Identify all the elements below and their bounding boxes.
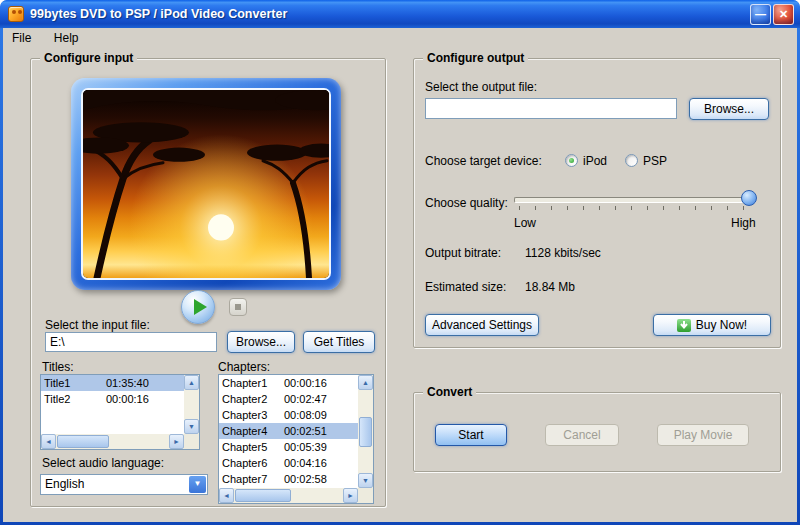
buy-icon: [677, 319, 691, 332]
bitrate-value: 1128 kbits/sec: [525, 246, 601, 260]
ipod-radio-label[interactable]: iPod: [583, 154, 607, 168]
scrollbar-corner: [358, 488, 373, 503]
browse-output-button[interactable]: Browse...: [689, 98, 769, 120]
stop-preview-button: [229, 298, 247, 316]
audio-language-value: English: [45, 477, 84, 491]
scroll-left-icon[interactable]: ◄: [41, 434, 56, 449]
chapter-row[interactable]: Chapter6 00:04:16: [219, 455, 358, 471]
chapters-vscroll-thumb[interactable]: [359, 417, 372, 447]
scrollbar-corner: [184, 434, 199, 449]
titles-rows: Title1 01:35:40 Title2 00:00:16: [41, 375, 184, 434]
titles-vertical-scrollbar[interactable]: ▲ ▼: [184, 375, 199, 434]
buy-now-button[interactable]: Buy Now!: [653, 314, 771, 336]
chapter-row[interactable]: Chapter3 00:08:09: [219, 407, 358, 423]
minimize-button[interactable]: —: [750, 4, 771, 25]
chevron-down-icon[interactable]: ▼: [189, 476, 206, 493]
audio-language-select[interactable]: English ▼: [40, 474, 208, 495]
chapter-row[interactable]: Chapter7 00:02:58: [219, 471, 358, 487]
quality-slider-thumb[interactable]: [741, 190, 757, 206]
stop-icon: [235, 304, 241, 310]
scroll-down-icon[interactable]: ▼: [184, 419, 199, 434]
scroll-right-icon[interactable]: ►: [169, 434, 184, 449]
input-file-label: Select the input file:: [45, 318, 150, 332]
quality-slider-track[interactable]: [514, 197, 756, 203]
scroll-left-icon[interactable]: ◄: [219, 488, 234, 503]
scroll-right-icon[interactable]: ►: [343, 488, 358, 503]
chapters-hscroll-thumb[interactable]: [235, 489, 291, 502]
play-movie-button: Play Movie: [657, 424, 749, 446]
menu-help[interactable]: Help: [45, 28, 88, 45]
scroll-down-icon[interactable]: ▼: [358, 473, 373, 488]
psp-radio-label[interactable]: PSP: [643, 154, 667, 168]
size-value: 18.84 Mb: [525, 280, 575, 294]
quality-high-label: High: [731, 216, 756, 230]
sunset-image: [83, 90, 329, 278]
chapters-rows: Chapter1 00:00:16 Chapter2 00:02:47 Chap…: [219, 375, 358, 488]
get-titles-button[interactable]: Get Titles: [303, 331, 375, 353]
menu-file[interactable]: File: [3, 28, 40, 45]
input-file-field[interactable]: [45, 332, 217, 352]
chapter-row[interactable]: Chapter5 00:05:39: [219, 439, 358, 455]
chapter-row[interactable]: Chapter1 00:00:16: [219, 375, 358, 391]
quality-label: Choose quality:: [425, 196, 508, 210]
window-controls: — ✕: [750, 4, 794, 25]
chapter-row[interactable]: Chapter2 00:02:47: [219, 391, 358, 407]
app-icon: [8, 6, 24, 22]
title-bar: 99bytes DVD to PSP / iPod Video Converte…: [0, 0, 800, 28]
advanced-settings-button[interactable]: Advanced Settings: [425, 314, 539, 336]
titles-hscroll-thumb[interactable]: [57, 435, 109, 448]
target-device-label: Choose target device:: [425, 154, 542, 168]
buy-now-label: Buy Now!: [696, 318, 747, 332]
chapters-label: Chapters:: [218, 360, 270, 374]
app-window: 99bytes DVD to PSP / iPod Video Converte…: [0, 0, 800, 525]
scroll-up-icon[interactable]: ▲: [358, 375, 373, 390]
quality-slider-ticks: [519, 206, 751, 210]
configure-input-title: Configure input: [40, 51, 137, 65]
menu-bar: File Help: [3, 28, 797, 49]
client-area: Configure input: [3, 48, 797, 522]
play-icon: [194, 299, 207, 315]
close-button[interactable]: ✕: [773, 4, 794, 25]
psp-radio[interactable]: [625, 154, 638, 167]
bitrate-label: Output bitrate:: [425, 246, 501, 260]
play-preview-button[interactable]: [181, 290, 215, 324]
video-preview-image: [81, 88, 331, 280]
ipod-radio[interactable]: [565, 154, 578, 167]
title-row[interactable]: Title2 00:00:16: [41, 391, 184, 407]
chapters-list: Chapter1 00:00:16 Chapter2 00:02:47 Chap…: [218, 374, 374, 504]
browse-input-button[interactable]: Browse...: [227, 331, 295, 353]
title-row[interactable]: Title1 01:35:40: [41, 375, 184, 391]
chapters-vertical-scrollbar[interactable]: ▲ ▼: [358, 375, 373, 488]
quality-low-label: Low: [514, 216, 536, 230]
titles-list: Title1 01:35:40 Title2 00:00:16 ▲ ▼ ◄ ►: [40, 374, 200, 450]
convert-title: Convert: [423, 385, 476, 399]
cancel-button: Cancel: [545, 424, 619, 446]
chapters-horizontal-scrollbar[interactable]: ◄ ►: [219, 488, 358, 503]
configure-output-title: Configure output: [423, 51, 528, 65]
quality-slider[interactable]: [512, 189, 758, 213]
size-label: Estimated size:: [425, 280, 506, 294]
titles-horizontal-scrollbar[interactable]: ◄ ►: [41, 434, 184, 449]
window-title: 99bytes DVD to PSP / iPod Video Converte…: [30, 0, 287, 28]
titles-label: Titles:: [42, 360, 74, 374]
chapter-row[interactable]: Chapter4 00:02:51: [219, 423, 358, 439]
output-file-field[interactable]: [425, 98, 677, 119]
output-file-label: Select the output file:: [425, 80, 537, 94]
video-preview-frame: [71, 78, 341, 290]
minimize-icon: —: [755, 8, 766, 20]
start-button[interactable]: Start: [435, 424, 507, 446]
audio-language-label: Select audio language:: [42, 456, 164, 470]
scroll-up-icon[interactable]: ▲: [184, 375, 199, 390]
close-icon: ✕: [779, 8, 788, 20]
